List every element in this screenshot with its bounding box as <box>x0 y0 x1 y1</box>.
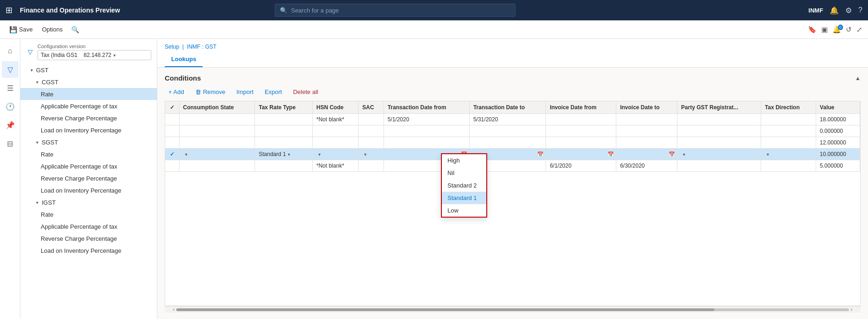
search-input[interactable] <box>291 7 510 14</box>
row1-party[interactable] <box>677 114 761 125</box>
cal-icon-2[interactable]: 📅 <box>537 151 544 157</box>
row4-value[interactable]: 10.000000 <box>816 149 860 160</box>
bookmark-icon[interactable]: 🔖 <box>808 25 817 34</box>
row3-taxratetype[interactable] <box>255 137 313 149</box>
row2-sac[interactable] <box>359 125 384 137</box>
row4-sac[interactable]: ▾ <box>359 149 384 160</box>
row2-taxratetype[interactable] <box>255 125 313 137</box>
bell-icon[interactable]: 🔔 <box>830 6 839 15</box>
row1-taxdir[interactable] <box>761 114 816 125</box>
row4-consumption[interactable]: ▾ <box>179 149 255 160</box>
tree-item-cgst[interactable]: ▾ CGST <box>20 76 157 88</box>
table-row-selected[interactable]: ✓ ▾ Standard 1 ▾ <box>165 149 860 160</box>
sidebar-pin[interactable]: 📌 <box>2 117 19 133</box>
conditions-collapse-icon[interactable]: ▲ <box>855 75 861 81</box>
save-button[interactable]: 💾 Save <box>6 24 37 35</box>
cal-icon-3[interactable]: 📅 <box>608 151 614 157</box>
table-row[interactable]: *Not blank* 6/1/2020 6/30/2020 5.000000 <box>165 160 860 172</box>
row4-check[interactable]: ✓ <box>165 149 179 160</box>
tree-item-sgst[interactable]: ▾ SGST <box>20 136 157 148</box>
tree-item-sgst-rate[interactable]: Rate <box>20 148 157 160</box>
tree-item-sgst-applicable[interactable]: Applicable Percentage of tax <box>20 160 157 172</box>
row3-check[interactable] <box>165 137 179 149</box>
tree-item-sgst-load[interactable]: Load on Inventory Percentage <box>20 184 157 196</box>
row2-trans-from[interactable] <box>384 125 469 137</box>
table-row[interactable]: *Not blank* 5/1/2020 5/31/2020 18.000000 <box>165 114 860 125</box>
sidebar-filter[interactable]: ▽ <box>2 61 19 78</box>
options-button[interactable]: Options <box>38 24 67 35</box>
row4-party[interactable]: ▾ <box>677 149 761 160</box>
row5-value[interactable]: 5.000000 <box>816 160 860 172</box>
row4-inv-to[interactable]: 📅 <box>616 149 677 160</box>
consumption-dropdown-arrow[interactable]: ▾ <box>185 152 187 157</box>
add-button[interactable]: + Add <box>165 87 188 97</box>
row4-taxdir[interactable]: ▾ <box>761 149 816 160</box>
party-dropdown-arrow[interactable]: ▾ <box>683 152 685 157</box>
table-row[interactable]: 0.000000 <box>165 125 860 137</box>
tree-item-igst[interactable]: ▾ IGST <box>20 196 157 208</box>
toolbar-search-icon[interactable]: 🔍 <box>70 25 80 35</box>
table-row[interactable]: 12.000000 <box>165 137 860 149</box>
row2-hsn[interactable] <box>312 125 358 137</box>
tree-item-load-on-inv[interactable]: Load on Inventory Percentage <box>20 124 157 136</box>
row3-party[interactable] <box>677 137 761 149</box>
row1-value[interactable]: 18.000000 <box>816 114 860 125</box>
dd-option-low[interactable]: Low <box>442 204 486 217</box>
scroll-thumb[interactable] <box>176 308 714 311</box>
tree-filter-icon[interactable]: ▽ <box>26 46 35 57</box>
row2-party[interactable] <box>677 125 761 137</box>
dd-option-high[interactable]: High <box>442 154 486 167</box>
taxdir-dropdown-arrow[interactable]: ▾ <box>767 152 769 157</box>
sidebar-clock[interactable]: 🕐 <box>2 98 19 115</box>
row3-trans-from[interactable] <box>384 137 469 149</box>
scroll-right-arrow[interactable]: › <box>849 307 854 312</box>
row5-inv-from[interactable]: 6/1/2020 <box>546 160 616 172</box>
row1-check[interactable] <box>165 114 179 125</box>
tree-item-applicable-pct[interactable]: Applicable Percentage of tax <box>20 100 157 112</box>
row3-taxdir[interactable] <box>761 137 816 149</box>
row5-check[interactable] <box>165 160 179 172</box>
tree-item-rate[interactable]: Rate <box>20 88 157 100</box>
panel-icon[interactable]: ▣ <box>821 25 828 34</box>
tree-item-gst[interactable]: ▾ GST <box>20 64 157 76</box>
remove-button[interactable]: 🗑 Remove <box>192 87 229 97</box>
help-icon[interactable]: ? <box>858 6 862 14</box>
sidebar-home[interactable]: ⌂ <box>2 43 19 59</box>
sac-dropdown-arrow[interactable]: ▾ <box>364 152 366 157</box>
tab-lookups[interactable]: Lookups <box>165 53 203 67</box>
row1-hsn[interactable]: *Not blank* <box>312 114 358 125</box>
dd-option-nil[interactable]: Nil <box>442 167 486 179</box>
export-button[interactable]: Export <box>261 87 286 97</box>
row5-hsn[interactable]: *Not blank* <box>312 160 358 172</box>
row4-taxratetype[interactable]: Standard 1 ▾ <box>255 149 313 160</box>
dd-option-standard1[interactable]: Standard 1 <box>442 192 486 204</box>
notification-icon[interactable]: 🔔0 <box>832 25 841 34</box>
tree-item-sgst-reverse[interactable]: Reverse Charge Percentage <box>20 172 157 184</box>
row2-inv-from[interactable] <box>546 125 616 137</box>
row3-hsn[interactable] <box>312 137 358 149</box>
tree-item-igst-load[interactable]: Load on Inventory Percentage <box>20 244 157 256</box>
import-button[interactable]: Import <box>233 87 257 97</box>
sidebar-items[interactable]: ⊟ <box>2 135 19 152</box>
tax-rate-type-cell[interactable]: Standard 1 ▾ <box>259 151 309 157</box>
row1-sac[interactable] <box>359 114 384 125</box>
grid-icon[interactable]: ⊞ <box>6 5 12 15</box>
hsn-dropdown-arrow[interactable]: ▾ <box>318 152 321 157</box>
sidebar-list[interactable]: ☰ <box>2 80 19 96</box>
row5-taxdir[interactable] <box>761 160 816 172</box>
row3-trans-to[interactable] <box>469 137 546 149</box>
row4-inv-from[interactable]: 📅 <box>546 149 616 160</box>
sac-cell[interactable]: ▾ <box>362 152 380 157</box>
party-cell[interactable]: ▾ <box>681 152 757 157</box>
expand-icon[interactable]: ⤢ <box>856 25 862 34</box>
scroll-track[interactable] <box>176 308 849 311</box>
row5-inv-to[interactable]: 6/30/2020 <box>616 160 677 172</box>
delete-all-button[interactable]: Delete all <box>289 87 322 97</box>
row3-consumption[interactable] <box>179 137 255 149</box>
row1-inv-to[interactable] <box>616 114 677 125</box>
refresh-icon[interactable]: ↺ <box>846 25 852 34</box>
hsn-cell[interactable]: ▾ <box>316 152 354 157</box>
consumption-cell[interactable]: ▾ <box>183 152 251 157</box>
row2-inv-to[interactable] <box>616 125 677 137</box>
tree-item-reverse-charge[interactable]: Reverse Charge Percentage <box>20 112 157 124</box>
